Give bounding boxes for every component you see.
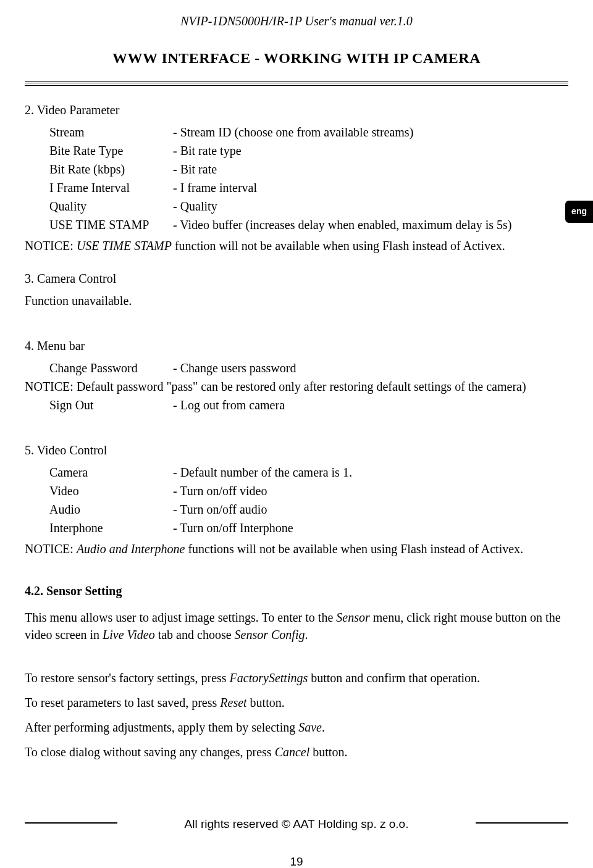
sensor-p4: After performing adjustments, apply them… <box>25 719 568 736</box>
page-title: WWW INTERFACE - WORKING WITH IP CAMERA <box>25 48 568 69</box>
text-italic: Cancel <box>275 745 310 759</box>
section-4-heading: 4. Menu bar <box>25 337 568 354</box>
footer-rule-right <box>476 822 568 824</box>
page-footer: All rights reserved © AAT Holding sp. z … <box>25 816 568 833</box>
notice-italic: USE TIME STAMP <box>77 239 172 252</box>
param-row: Audio- Turn on/off audio <box>49 501 568 518</box>
param-desc: - Change users password <box>173 359 568 377</box>
page-number: 19 <box>25 854 568 868</box>
param-label: Video <box>49 482 173 499</box>
param-desc: - Video buffer (increases delay when ena… <box>173 216 568 233</box>
sensor-p3: To reset parameters to last saved, press… <box>25 694 568 711</box>
param-label: Stream <box>49 123 173 141</box>
param-desc: - Default number of the camera is 1. <box>173 464 568 481</box>
footer-text: All rights reserved © AAT Holding sp. z … <box>185 817 409 830</box>
param-desc: - I frame interval <box>173 179 568 196</box>
text: This menu allows user to adjust image se… <box>25 611 336 624</box>
text-italic: Sensor Config <box>235 628 305 641</box>
text-italic: Reset <box>220 696 246 709</box>
section-3-body: Function unavailable. <box>25 292 568 309</box>
sensor-p5: To close dialog without saving any chang… <box>25 743 568 761</box>
param-label: Interphone <box>49 519 173 536</box>
text-italic: Save <box>298 720 322 734</box>
param-row: USE TIME STAMP- Video buffer (increases … <box>49 216 568 233</box>
notice-rest: function will not be available when usin… <box>172 239 505 252</box>
text: button. <box>309 745 347 759</box>
param-desc: - Quality <box>173 198 568 215</box>
param-desc: - Turn on/off audio <box>173 501 568 518</box>
param-label: Camera <box>49 464 173 481</box>
text: . <box>305 628 308 641</box>
param-row: Video- Turn on/off video <box>49 482 568 499</box>
param-label: Audio <box>49 501 173 518</box>
page-header: NVIP-1DN5000H/IR-1P User's manual ver.1.… <box>25 12 568 30</box>
param-row: Interphone- Turn on/off Interphone <box>49 519 568 536</box>
section-4-notice: NOTICE: Default password "pass" can be r… <box>25 378 568 395</box>
param-row: Camera- Default number of the camera is … <box>49 464 568 481</box>
notice-prefix: NOTICE: <box>25 542 77 556</box>
text: To close dialog without saving any chang… <box>25 745 275 759</box>
param-desc: - Bit rate type <box>173 142 568 159</box>
sensor-p2: To restore sensor's factory settings, pr… <box>25 669 568 686</box>
section-5-heading: 5. Video Control <box>25 441 568 459</box>
param-row: Quality- Quality <box>49 198 568 215</box>
text: tab and choose <box>155 628 235 641</box>
language-tab: eng <box>565 201 593 223</box>
param-label: USE TIME STAMP <box>49 216 173 233</box>
divider-rule <box>25 81 568 86</box>
param-desc: - Turn on/off Interphone <box>173 519 568 536</box>
text: button. <box>247 696 285 709</box>
param-desc: - Stream ID (choose one from available s… <box>173 123 568 141</box>
text: To restore sensor's factory settings, pr… <box>25 671 230 685</box>
text-italic: Live Video <box>103 628 155 641</box>
param-row: I Frame Interval- I frame interval <box>49 179 568 196</box>
text: . <box>322 720 325 734</box>
param-label: I Frame Interval <box>49 179 173 196</box>
notice-prefix: NOTICE: <box>25 239 77 252</box>
footer-rule-left <box>25 822 117 824</box>
section-5-notice: NOTICE: Audio and Interphone functions w… <box>25 540 568 557</box>
section-2-notice: NOTICE: USE TIME STAMP function will not… <box>25 237 568 254</box>
section-2-heading: 2. Video Parameter <box>25 101 568 119</box>
param-label: Bit Rate (kbps) <box>49 161 173 178</box>
notice-italic: Audio and Interphone <box>77 542 185 556</box>
notice-rest: functions will not be available when usi… <box>185 542 523 556</box>
text: After performing adjustments, apply them… <box>25 720 298 734</box>
param-desc: - Log out from camera <box>173 396 568 414</box>
text-italic: FactorySettings <box>230 671 308 685</box>
param-row: Change Password- Change users password <box>49 359 568 377</box>
sensor-heading: 4.2. Sensor Setting <box>25 582 568 599</box>
param-desc: - Turn on/off video <box>173 482 568 499</box>
param-row: Sign Out- Log out from camera <box>49 396 568 414</box>
param-row: Stream- Stream ID (choose one from avail… <box>49 123 568 141</box>
section-3-heading: 3. Camera Control <box>25 270 568 287</box>
text: button and confirm that operation. <box>308 671 480 685</box>
sensor-p1: This menu allows user to adjust image se… <box>25 609 568 643</box>
param-row: Bite Rate Type- Bit rate type <box>49 142 568 159</box>
param-label: Sign Out <box>49 396 173 414</box>
param-label: Bite Rate Type <box>49 142 173 159</box>
param-desc: - Bit rate <box>173 161 568 178</box>
param-row: Bit Rate (kbps)- Bit rate <box>49 161 568 178</box>
text-italic: Sensor <box>336 611 369 624</box>
param-label: Change Password <box>49 359 173 377</box>
text: To reset parameters to last saved, press <box>25 696 220 709</box>
param-label: Quality <box>49 198 173 215</box>
